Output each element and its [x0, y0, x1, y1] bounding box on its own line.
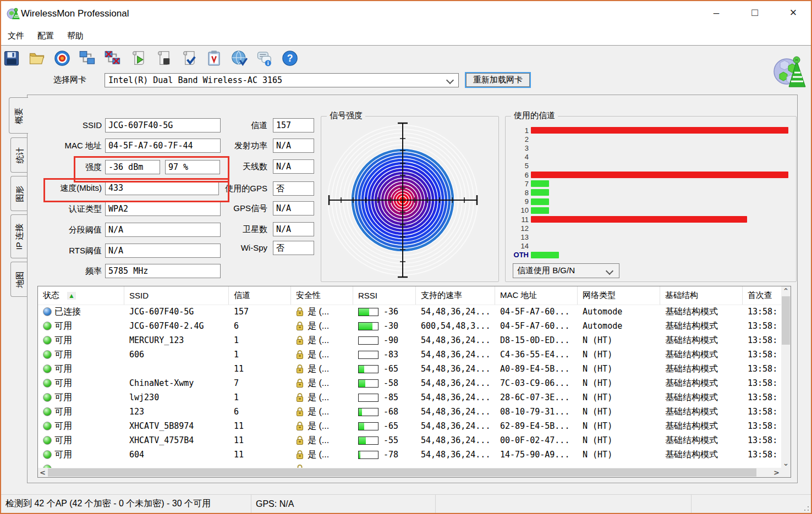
menu-file[interactable]: 文件 — [1, 29, 31, 43]
field-value[interactable]: 否 — [273, 241, 314, 255]
tab-地图[interactable]: 地图 — [10, 262, 28, 297]
vertical-scrollbar[interactable]: ⌃ ⌄ — [781, 286, 791, 468]
rssi-bar-fill — [359, 451, 360, 458]
first-seen-cell: 13:58: — [743, 364, 781, 374]
column-header[interactable]: 首次查 — [743, 286, 787, 305]
channel-bar — [531, 127, 788, 134]
menu-config[interactable]: 配置 — [31, 29, 61, 43]
security-label: 是 (... — [308, 421, 329, 432]
disconnect-button[interactable] — [103, 49, 122, 68]
rssi-bar-fill — [359, 423, 364, 430]
tab-ip-connections[interactable]: IP 连接 — [10, 214, 28, 258]
record-icon — [54, 50, 70, 67]
field-label: Wi-Spy — [185, 243, 267, 252]
channel-cell: 11 — [229, 435, 291, 445]
minimize-button[interactable]: – — [702, 1, 731, 24]
field-value[interactable]: N/A — [273, 159, 314, 174]
reload-adapter-button[interactable]: 重新加载网卡 — [465, 72, 531, 88]
open-button[interactable] — [28, 49, 46, 68]
horizontal-scroll-thumb[interactable] — [48, 468, 756, 477]
field-value[interactable]: 否 — [273, 181, 314, 196]
ssid-cell: 123 — [124, 407, 229, 417]
maximize-button[interactable]: □ — [740, 1, 769, 24]
table-row[interactable]: 可用ChinaNet-Xwmy7是 (...-5854,48,36,24...7… — [38, 376, 781, 390]
field-value[interactable]: N/A — [273, 222, 314, 236]
channel-label: 9 — [509, 197, 531, 206]
rssi-bar-fill — [359, 323, 372, 330]
channel-bar — [531, 198, 549, 205]
security-label: 是 (... — [308, 378, 329, 389]
channel-usage-select[interactable]: 信道使用 B/G/N — [513, 263, 619, 278]
tab-图形[interactable]: 图形 — [10, 176, 28, 211]
channel-cell: 11 — [229, 364, 291, 374]
mac-cell: 00-0F-02-47... — [495, 435, 578, 445]
rates-cell: 54,48,36,24... — [416, 435, 495, 445]
column-header[interactable]: 信道 — [229, 286, 291, 305]
stop-log-button[interactable] — [154, 49, 173, 68]
scroll-up-icon[interactable]: ⌃ — [781, 286, 791, 296]
table-row[interactable]: 可用11是 (...-6554,48,36,24...A0-89-E4-5B..… — [38, 362, 781, 376]
table-row[interactable]: 可用lwj2301是 (...-8554,48,36,24...28-6C-07… — [38, 390, 781, 405]
field-value[interactable]: N/A — [273, 201, 314, 215]
scroll-down-icon[interactable]: ⌄ — [781, 458, 791, 468]
table-row[interactable]: 可用XHCATV_5B897411是 (...-6554,48,36,24...… — [38, 419, 781, 433]
rates-cell: 54,48,36,24... — [416, 307, 495, 317]
rssi-value: -68 — [383, 407, 398, 417]
table-row[interactable]: 可用XHCATV_4757B411是 (...-5554,48,36,24...… — [38, 433, 781, 447]
resize-grip[interactable] — [804, 506, 809, 511]
column-header[interactable]: 支持的速率 — [416, 286, 495, 305]
channel-cell: 6 — [229, 407, 291, 417]
column-header[interactable]: 网络类型 — [578, 286, 660, 305]
field-value[interactable]: N/A — [273, 139, 314, 153]
report-button[interactable] — [205, 49, 223, 68]
field-label: 认证类型 — [33, 204, 102, 214]
infrastructure-cell: 基础结构模式 — [660, 363, 743, 375]
net-type-cell: N (HT) — [578, 393, 660, 402]
column-header[interactable]: RSSI — [353, 286, 416, 305]
menu-help[interactable]: 帮助 — [61, 29, 90, 43]
scroll-right-icon[interactable]: > — [772, 468, 781, 477]
close-button[interactable]: × — [779, 1, 808, 24]
table-row[interactable]: 可用MERCURY_1231是 (...-9054,48,36,24...D8-… — [38, 333, 781, 347]
table-row[interactable]: 可用6061是 (...-8354,48,36,24...C4-36-55-E4… — [38, 347, 781, 362]
start-log-button[interactable] — [129, 49, 147, 68]
scroll-left-icon[interactable]: < — [38, 468, 47, 477]
feedback-button[interactable] — [255, 49, 274, 68]
rssi-cell: -58 — [353, 378, 416, 388]
column-header-label: 信道 — [234, 290, 250, 301]
table-row[interactable]: 已连接JCG-607F40-5G157是 (...-3654,48,36,24.… — [38, 305, 781, 319]
help-button[interactable]: ? — [281, 49, 299, 68]
channel-label: 5 — [509, 162, 531, 170]
tab-统计[interactable]: 统计 — [10, 137, 28, 173]
web-update-button[interactable] — [230, 49, 249, 68]
column-header[interactable]: 基础结构 — [660, 286, 743, 305]
table-row[interactable] — [38, 462, 781, 468]
table-row[interactable]: 可用60411是 (...-7854,48,36,24...14-75-90-A… — [38, 447, 781, 462]
channel-row: 3 — [509, 144, 793, 152]
vertical-scroll-thumb[interactable] — [782, 296, 790, 345]
table-row[interactable]: 可用JCG-607F40-2.4G6是 (...-30600,54,48,3..… — [38, 319, 781, 333]
field-value[interactable]: 5785 MHz — [105, 264, 221, 278]
net-type-cell: N (HT) — [578, 364, 660, 374]
horizontal-scrollbar[interactable]: < > — [38, 468, 781, 477]
column-header[interactable]: 安全性 — [291, 286, 353, 305]
mac-cell: 04-5F-A7-60... — [495, 321, 578, 331]
tab-概要[interactable]: 概要 — [9, 97, 28, 134]
verify-log-button[interactable] — [179, 49, 198, 68]
rates-cell: 54,48,36,24... — [416, 335, 495, 345]
column-header[interactable]: 状态▲ — [38, 286, 124, 305]
infrastructure-cell: 基础结构模式 — [660, 320, 743, 332]
channel-label: 12 — [509, 224, 531, 233]
adapter-select[interactable]: Intel(R) Dual Band Wireless-AC 3165 — [105, 73, 459, 87]
field-value[interactable]: 157 — [273, 118, 314, 132]
channel-cell: 1 — [229, 393, 291, 402]
table-row[interactable]: 可用1236是 (...-6854,48,36,24...08-10-79-31… — [38, 405, 781, 419]
status-cell: 可用 — [38, 378, 124, 389]
column-header[interactable]: SSID — [124, 286, 229, 305]
signal-strength-group: 信号强度 — [321, 116, 499, 282]
connect-button[interactable] — [78, 49, 97, 68]
save-button[interactable] — [2, 49, 21, 68]
security-cell: 是 (... — [291, 406, 353, 418]
record-button[interactable] — [53, 49, 72, 68]
column-header[interactable]: MAC 地址 — [495, 286, 578, 305]
